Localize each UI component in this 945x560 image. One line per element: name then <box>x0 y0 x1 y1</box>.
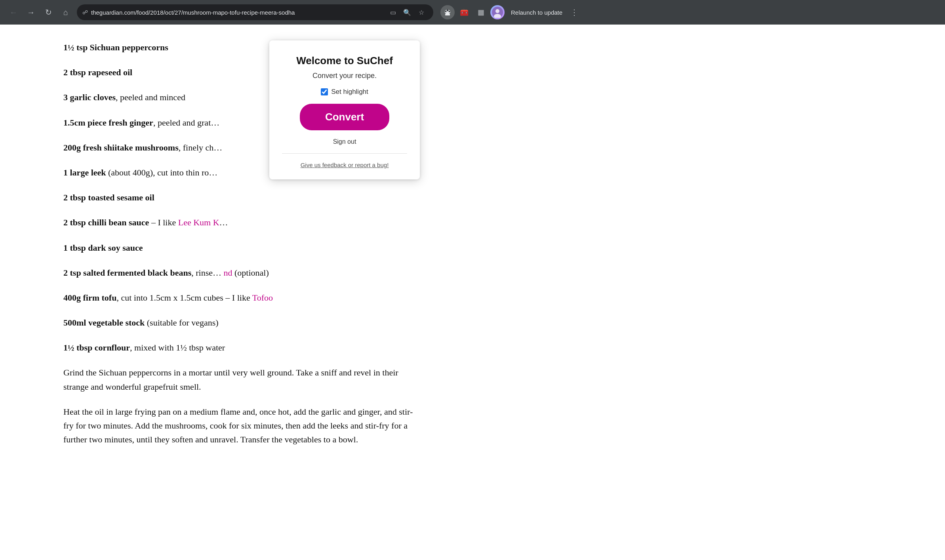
svg-point-2 <box>447 10 449 11</box>
ingredient-7: 2 tbsp toasted sesame oil <box>63 190 420 204</box>
ingredient-13: 1½ tbsp cornflour, mixed with 1½ tbsp wa… <box>63 341 420 354</box>
security-icon: ☍ <box>82 9 88 15</box>
browser-right: 🧰 ▦ Relaunch to update ⋮ <box>440 5 580 19</box>
svg-point-6 <box>495 9 499 13</box>
bookmark-icon[interactable]: ☆ <box>415 6 428 19</box>
fermented-link[interactable]: nd <box>224 268 232 278</box>
nav-buttons: ← → ↻ ⌂ <box>6 5 73 19</box>
extensions-button[interactable]: 🧰 <box>457 5 471 19</box>
reload-button[interactable]: ↻ <box>41 5 55 19</box>
sidebar-button[interactable]: ▦ <box>474 5 488 19</box>
page-content: 1½ tsp Sichuan peppercorns 2 tbsp rapese… <box>0 25 945 560</box>
ingredient-11: 400g firm tofu, cut into 1.5cm x 1.5cm c… <box>63 291 420 305</box>
home-button[interactable]: ⌂ <box>59 5 73 19</box>
highlight-row: Set highlight <box>321 88 368 96</box>
url-text: theguardian.com/food/2018/oct/27/mushroo… <box>91 9 383 16</box>
svg-point-3 <box>445 11 447 12</box>
convert-button[interactable]: Convert <box>300 104 389 130</box>
forward-button[interactable]: → <box>24 5 38 19</box>
instruction-2: Heat the oil in large frying pan on a me… <box>63 405 420 447</box>
browser-chrome: ← → ↻ ⌂ ☍ theguardian.com/food/2018/oct/… <box>0 0 945 25</box>
suchef-extension-button[interactable] <box>440 5 455 19</box>
address-actions: ▭ 🔍 ☆ <box>387 6 428 19</box>
popup-divider <box>282 153 407 154</box>
sign-out-link[interactable]: Sign out <box>333 138 356 145</box>
avatar-icon <box>492 7 503 18</box>
browser-menu-button[interactable]: ⋮ <box>569 6 580 19</box>
relaunch-button[interactable]: Relaunch to update <box>507 7 566 18</box>
ingredient-12: 500ml vegetable stock (suitable for vega… <box>63 316 420 330</box>
ingredient-10: 2 tsp salted fermented black beans, rins… <box>63 266 420 280</box>
ingredient-9: 1 tbsp dark soy sauce <box>63 241 420 255</box>
svg-rect-1 <box>445 14 450 15</box>
suchef-popup: Welcome to SuChef Convert your recipe. S… <box>269 40 420 179</box>
profile-avatar[interactable] <box>490 5 505 19</box>
tofoo-link[interactable]: Tofoo <box>252 293 273 303</box>
screen-cast-icon[interactable]: ▭ <box>387 6 399 19</box>
svg-point-4 <box>449 11 450 12</box>
highlight-label: Set highlight <box>331 88 368 96</box>
instruction-1: Grind the Sichuan peppercorns in a morta… <box>63 366 420 393</box>
highlight-checkbox[interactable] <box>321 88 328 95</box>
back-button[interactable]: ← <box>6 5 21 19</box>
ingredient-8: 2 tbsp chilli bean sauce – I like Lee Ku… <box>63 215 420 229</box>
popup-title: Welcome to SuChef <box>296 55 393 67</box>
address-bar[interactable]: ☍ theguardian.com/food/2018/oct/27/mushr… <box>77 4 433 20</box>
chef-hat-icon <box>443 8 452 17</box>
lee-kum-link[interactable]: Lee Kum K <box>178 217 219 227</box>
popup-subtitle: Convert your recipe. <box>312 72 377 80</box>
search-icon[interactable]: 🔍 <box>401 6 413 19</box>
feedback-link[interactable]: Give us feedback or report a bug! <box>301 162 389 168</box>
